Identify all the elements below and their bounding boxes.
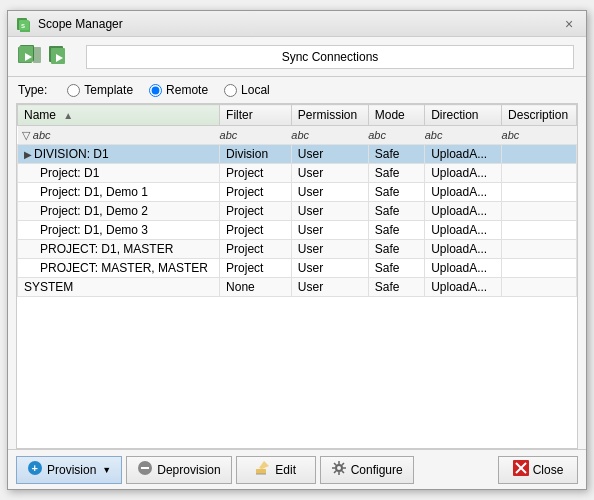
cell-name: ▶DIVISION: D1 [18, 145, 220, 164]
table-row[interactable]: PROJECT: D1, MASTERProjectUserSafeUpload… [18, 240, 577, 259]
sort-arrow: ▲ [63, 110, 73, 121]
table-row[interactable]: PROJECT: MASTER, MASTERProjectUserSafeUp… [18, 259, 577, 278]
filter-col-name: ▽ abc [18, 126, 220, 145]
cell-mode: Safe [368, 202, 424, 221]
cell-mode: Safe [368, 164, 424, 183]
filter-col-description: abc [502, 126, 577, 145]
type-label: Type: [18, 83, 47, 97]
configure-button[interactable]: Configure [320, 456, 414, 484]
edit-icon [255, 461, 271, 478]
svg-marker-17 [259, 461, 269, 469]
cell-direction: UploadA... [425, 240, 502, 259]
cell-filter: Project [220, 221, 292, 240]
cell-permission: User [291, 259, 368, 278]
table-row[interactable]: Project: D1, Demo 2ProjectUserSafeUpload… [18, 202, 577, 221]
cell-direction: UploadA... [425, 278, 502, 297]
svg-rect-16 [256, 469, 266, 474]
remote-label: Remote [166, 83, 208, 97]
cell-description [502, 278, 577, 297]
cell-name: Project: D1, Demo 2 [18, 202, 220, 221]
edit-label: Edit [275, 463, 296, 477]
cell-filter: Project [220, 202, 292, 221]
svg-rect-8 [33, 47, 41, 63]
deprovision-button[interactable]: Deprovision [126, 456, 231, 484]
remote-radio-group: Remote [149, 83, 208, 97]
cell-permission: User [291, 164, 368, 183]
template-radio[interactable] [67, 84, 80, 97]
deprovision-icon [137, 460, 153, 479]
col-header-permission[interactable]: Permission [291, 105, 368, 126]
filter-col-mode: abc [368, 126, 424, 145]
table-row[interactable]: Project: D1, Demo 1ProjectUserSafeUpload… [18, 183, 577, 202]
configure-icon [331, 460, 347, 479]
col-header-filter[interactable]: Filter [220, 105, 292, 126]
local-radio[interactable] [224, 84, 237, 97]
window-close-button[interactable]: × [560, 15, 578, 33]
svg-rect-15 [141, 467, 149, 469]
provision-button[interactable]: + Provision ▼ [16, 456, 122, 484]
col-header-direction[interactable]: Direction [425, 105, 502, 126]
table-row[interactable]: ▶DIVISION: D1DivisionUserSafeUploadA... [18, 145, 577, 164]
cell-description [502, 259, 577, 278]
svg-text:S: S [21, 23, 25, 29]
cell-direction: UploadA... [425, 145, 502, 164]
col-header-name[interactable]: Name ▲ [18, 105, 220, 126]
remote-radio[interactable] [149, 84, 162, 97]
scope-manager-window: S Scope Manager × [7, 10, 587, 490]
cell-mode: Safe [368, 259, 424, 278]
cell-permission: User [291, 278, 368, 297]
toolbar-icon-1[interactable] [16, 43, 44, 71]
window-title: Scope Manager [38, 17, 123, 31]
cell-filter: None [220, 278, 292, 297]
bottom-bar: + Provision ▼ Deprovision [8, 449, 586, 489]
svg-line-26 [342, 463, 344, 465]
edit-button[interactable]: Edit [236, 456, 316, 484]
scope-table-container: Name ▲ Filter Permission Mode Direction … [16, 103, 578, 449]
toolbar-icon-2[interactable] [46, 43, 74, 71]
cell-mode: Safe [368, 183, 424, 202]
configure-label: Configure [351, 463, 403, 477]
cell-filter: Project [220, 240, 292, 259]
cell-description [502, 240, 577, 259]
cell-mode: Safe [368, 145, 424, 164]
cell-filter: Project [220, 259, 292, 278]
cell-permission: User [291, 240, 368, 259]
cell-description [502, 221, 577, 240]
cell-direction: UploadA... [425, 164, 502, 183]
table-row[interactable]: Project: D1ProjectUserSafeUploadA... [18, 164, 577, 183]
filter-col-filter: abc [220, 126, 292, 145]
provision-icon: + [27, 460, 43, 479]
toolbar-icon-group [16, 43, 74, 71]
provision-label: Provision [47, 463, 96, 477]
cell-permission: User [291, 202, 368, 221]
local-label: Local [241, 83, 270, 97]
col-header-description[interactable]: Description [502, 105, 577, 126]
cell-permission: User [291, 221, 368, 240]
row-expand-arrow: ▶ [24, 149, 32, 160]
title-bar-left: S Scope Manager [16, 16, 123, 32]
scope-table: Name ▲ Filter Permission Mode Direction … [17, 104, 577, 297]
cell-name: Project: D1, Demo 1 [18, 183, 220, 202]
table-row[interactable]: Project: D1, Demo 3ProjectUserSafeUpload… [18, 221, 577, 240]
cell-direction: UploadA... [425, 259, 502, 278]
cell-mode: Safe [368, 278, 424, 297]
title-bar: S Scope Manager × [8, 11, 586, 37]
cell-description [502, 164, 577, 183]
template-radio-group: Template [67, 83, 133, 97]
close-action-icon [513, 460, 529, 479]
cell-name: PROJECT: D1, MASTER [18, 240, 220, 259]
cell-description [502, 183, 577, 202]
cell-description [502, 202, 577, 221]
svg-text:+: + [32, 462, 38, 474]
cell-filter: Project [220, 183, 292, 202]
cell-name: Project: D1 [18, 164, 220, 183]
cell-name: PROJECT: MASTER, MASTER [18, 259, 220, 278]
filter-name-text: abc [33, 129, 51, 141]
table-row[interactable]: SYSTEMNoneUserSafeUploadA... [18, 278, 577, 297]
cell-filter: Division [220, 145, 292, 164]
local-radio-group: Local [224, 83, 270, 97]
col-header-mode[interactable]: Mode [368, 105, 424, 126]
cell-direction: UploadA... [425, 221, 502, 240]
close-button[interactable]: Close [498, 456, 578, 484]
svg-point-19 [336, 465, 342, 471]
